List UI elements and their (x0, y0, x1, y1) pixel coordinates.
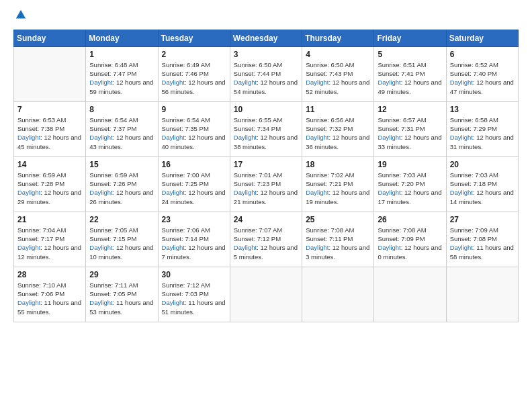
calendar-day-cell: 30Sunrise: 7:12 AMSunset: 7:03 PMDayligh… (158, 267, 230, 322)
day-number: 17 (234, 160, 298, 169)
daylight-label: Daylight (450, 244, 473, 251)
sunrise-text: Sunrise: 6:55 AM (234, 116, 282, 124)
daylight-label: Daylight (234, 189, 257, 196)
daylight-label: Daylight (378, 134, 400, 141)
daylight-label: Daylight (450, 79, 473, 86)
calendar-day-cell: 1Sunrise: 6:48 AMSunset: 7:47 PMDaylight… (86, 46, 158, 101)
calendar-day-cell: 2Sunrise: 6:49 AMSunset: 7:46 PMDaylight… (158, 46, 230, 101)
calendar-day-cell: 18Sunrise: 7:02 AMSunset: 7:21 PMDayligh… (302, 156, 374, 212)
sunset-text: Sunset: 7:12 PM (234, 235, 281, 242)
sunrise-text: Sunrise: 7:08 AM (306, 226, 354, 234)
sunrise-text: Sunrise: 7:09 AM (450, 226, 498, 234)
sunrise-text: Sunrise: 6:54 AM (162, 116, 210, 124)
calendar-day-cell: 20Sunrise: 7:03 AMSunset: 7:18 PMDayligh… (446, 156, 518, 212)
calendar-day-cell: 11Sunrise: 6:56 AMSunset: 7:32 PMDayligh… (302, 101, 374, 156)
sunset-text: Sunset: 7:43 PM (306, 70, 353, 77)
day-number: 19 (378, 160, 442, 169)
sunrise-text: Sunrise: 6:51 AM (378, 61, 426, 68)
calendar-day-cell: 7Sunrise: 6:53 AMSunset: 7:38 PMDaylight… (14, 101, 86, 156)
day-number: 4 (306, 50, 370, 59)
sunset-text: Sunset: 7:05 PM (89, 290, 136, 298)
day-number: 24 (234, 215, 298, 224)
sunset-text: Sunset: 7:17 PM (17, 235, 64, 242)
sunset-text: Sunset: 7:44 PM (234, 70, 281, 77)
daylight-label: Daylight (378, 244, 400, 251)
calendar-day-cell (302, 267, 374, 322)
day-number: 23 (162, 215, 226, 224)
daylight-label: Daylight (378, 189, 400, 196)
daylight-label: Daylight (450, 189, 473, 196)
sunrise-text: Sunrise: 7:02 AM (306, 171, 354, 179)
calendar-day-cell: 5Sunrise: 6:51 AMSunset: 7:41 PMDaylight… (374, 46, 446, 101)
day-info: Sunrise: 6:59 AMSunset: 7:28 PMDaylight:… (17, 171, 82, 206)
calendar-day-cell: 22Sunrise: 7:05 AMSunset: 7:15 PMDayligh… (86, 212, 158, 267)
calendar-day-cell: 12Sunrise: 6:57 AMSunset: 7:31 PMDayligh… (374, 101, 446, 156)
sunset-text: Sunset: 7:11 PM (306, 235, 353, 242)
sunset-text: Sunset: 7:14 PM (162, 235, 209, 242)
day-number: 30 (162, 270, 226, 279)
calendar-day-cell (14, 46, 86, 101)
day-info: Sunrise: 7:05 AMSunset: 7:15 PMDaylight:… (89, 226, 154, 261)
sunrise-text: Sunrise: 6:50 AM (306, 61, 354, 68)
sunrise-text: Sunrise: 7:03 AM (450, 171, 498, 179)
day-number: 9 (162, 105, 226, 114)
sunrise-text: Sunrise: 7:08 AM (378, 226, 426, 234)
day-number: 10 (234, 105, 298, 114)
daylight-label: Daylight (162, 244, 185, 251)
sunrise-text: Sunrise: 7:10 AM (17, 281, 66, 289)
day-number: 26 (378, 215, 442, 224)
sunrise-text: Sunrise: 7:04 AM (17, 226, 66, 234)
calendar-day-cell: 28Sunrise: 7:10 AMSunset: 7:06 PMDayligh… (14, 267, 86, 322)
sunrise-text: Sunrise: 7:11 AM (89, 281, 138, 289)
calendar-day-cell: 6Sunrise: 6:52 AMSunset: 7:40 PMDaylight… (446, 46, 518, 101)
sunrise-text: Sunrise: 7:00 AM (162, 171, 210, 179)
day-number: 18 (306, 160, 370, 169)
day-number: 3 (234, 50, 298, 59)
sunrise-text: Sunrise: 7:01 AM (234, 171, 282, 179)
day-number: 14 (17, 160, 82, 169)
sunrise-text: Sunrise: 7:07 AM (234, 226, 282, 234)
calendar-day-cell: 23Sunrise: 7:06 AMSunset: 7:14 PMDayligh… (158, 212, 230, 267)
day-of-week-header: Saturday (446, 30, 518, 46)
sunset-text: Sunset: 7:37 PM (89, 125, 136, 132)
calendar-week-row: 14Sunrise: 6:59 AMSunset: 7:28 PMDayligh… (14, 156, 519, 212)
daylight-label: Daylight (234, 244, 257, 251)
sunset-text: Sunset: 7:25 PM (162, 180, 209, 187)
calendar-week-row: 1Sunrise: 6:48 AMSunset: 7:47 PMDaylight… (14, 46, 519, 101)
day-info: Sunrise: 6:54 AMSunset: 7:35 PMDaylight:… (162, 116, 226, 151)
day-info: Sunrise: 7:04 AMSunset: 7:17 PMDaylight:… (17, 226, 82, 261)
calendar-day-cell: 19Sunrise: 7:03 AMSunset: 7:20 PMDayligh… (374, 156, 446, 212)
day-info: Sunrise: 6:50 AMSunset: 7:43 PMDaylight:… (306, 60, 370, 96)
sunrise-text: Sunrise: 7:12 AM (162, 281, 210, 289)
sunset-text: Sunset: 7:46 PM (162, 70, 209, 77)
day-info: Sunrise: 7:11 AMSunset: 7:05 PMDaylight:… (89, 281, 154, 316)
calendar-day-cell: 17Sunrise: 7:01 AMSunset: 7:23 PMDayligh… (230, 156, 302, 212)
calendar-day-cell: 24Sunrise: 7:07 AMSunset: 7:12 PMDayligh… (230, 212, 302, 267)
svg-marker-0 (16, 10, 26, 19)
calendar-day-cell: 21Sunrise: 7:04 AMSunset: 7:17 PMDayligh… (14, 212, 86, 267)
day-info: Sunrise: 7:03 AMSunset: 7:18 PMDaylight:… (450, 171, 515, 206)
sunset-text: Sunset: 7:29 PM (450, 125, 497, 132)
day-number: 21 (17, 215, 82, 224)
sunset-text: Sunset: 7:08 PM (450, 235, 497, 242)
calendar-day-cell: 27Sunrise: 7:09 AMSunset: 7:08 PMDayligh… (446, 212, 518, 267)
day-number: 2 (162, 50, 226, 59)
sunset-text: Sunset: 7:28 PM (17, 180, 64, 187)
sunset-text: Sunset: 7:40 PM (450, 70, 497, 77)
day-info: Sunrise: 7:08 AMSunset: 7:11 PMDaylight:… (306, 226, 370, 261)
calendar-day-cell: 15Sunrise: 6:59 AMSunset: 7:26 PMDayligh… (86, 156, 158, 212)
daylight-label: Daylight (162, 79, 185, 86)
calendar-day-cell: 14Sunrise: 6:59 AMSunset: 7:28 PMDayligh… (14, 156, 86, 212)
day-number: 25 (306, 215, 370, 224)
sunset-text: Sunset: 7:06 PM (17, 290, 64, 298)
calendar-week-row: 7Sunrise: 6:53 AMSunset: 7:38 PMDaylight… (14, 101, 519, 156)
day-number: 7 (17, 105, 82, 114)
daylight-label: Daylight (306, 134, 328, 141)
day-of-week-header: Monday (86, 30, 158, 46)
calendar-day-cell: 8Sunrise: 6:54 AMSunset: 7:37 PMDaylight… (86, 101, 158, 156)
day-of-week-header: Tuesday (158, 30, 230, 46)
sunset-text: Sunset: 7:21 PM (306, 180, 353, 187)
day-info: Sunrise: 7:00 AMSunset: 7:25 PMDaylight:… (162, 171, 226, 206)
sunrise-text: Sunrise: 6:58 AM (450, 116, 498, 124)
day-number: 15 (89, 160, 154, 169)
